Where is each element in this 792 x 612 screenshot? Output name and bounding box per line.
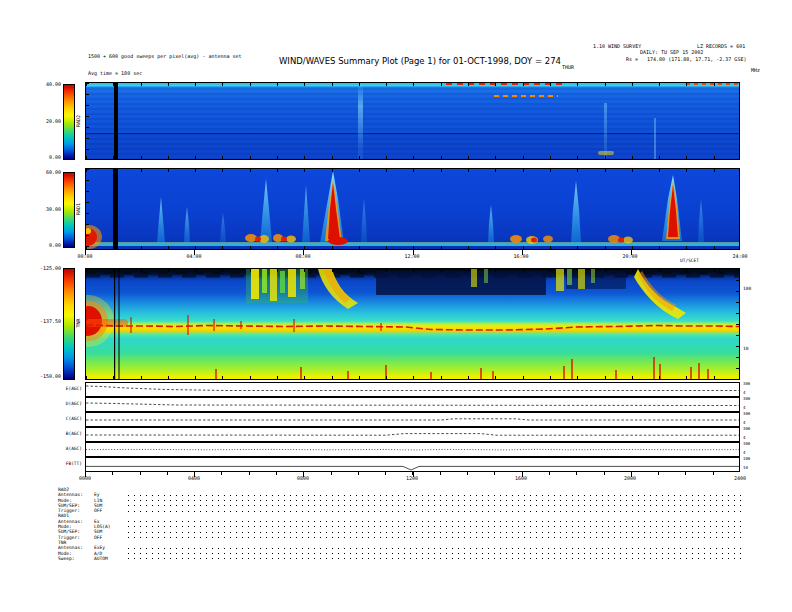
strip-label-c-agc: C(AGC)	[40, 416, 82, 421]
rad2-panel-label: RAD2	[75, 101, 81, 141]
rad2-colorbar-tick-max: 40.00	[28, 81, 61, 87]
status-label: Antennas:	[58, 492, 94, 497]
bottom-label-0800: 0800	[288, 475, 318, 481]
rad2-data-gap	[114, 83, 118, 159]
status-value: LOG(A)	[94, 524, 128, 529]
tnr-ticks-top	[86, 269, 739, 272]
tnr-colorbar-tick-max: -125.00	[28, 265, 61, 271]
rad1-panel-label: RAD1	[75, 189, 81, 229]
bottom-label-1200: 1200	[397, 475, 427, 481]
status-value: Ey	[94, 492, 128, 497]
rad2-faint-streak-2	[654, 118, 656, 160]
status-dotline	[128, 558, 742, 559]
rad1-colorbar-tick-mid: 30.00	[28, 206, 61, 212]
bottom-label-2000: 2000	[615, 475, 645, 481]
strip-rtick-fb-bot: 10	[743, 466, 748, 470]
strip-rtick-a-bot: 4	[743, 451, 745, 455]
re-right-label: Rs = 174.80 (171.88, 17.71, -2.37 GSE)	[626, 57, 746, 63]
strip-panel-d-agc	[85, 397, 740, 412]
status-label: Antennas:	[58, 545, 94, 550]
strip-label-fb-tt: FB(TT)	[40, 461, 82, 466]
status-dotline	[128, 511, 742, 512]
strip-label-e-agc: E(AGC)	[40, 386, 82, 391]
status-dotline	[128, 532, 742, 533]
status-group-rad2: RAD2	[58, 487, 94, 492]
rad2-ticks-bottom	[86, 156, 739, 159]
strip-rtick-fb-top: 100	[743, 457, 750, 461]
time-label-04: 04:00	[179, 253, 209, 259]
strip-rtick-b-top: 300	[743, 427, 750, 431]
tnr-right-tick-100: 100	[743, 286, 751, 291]
status-label: Mode:	[58, 524, 94, 529]
receiver-status-block: RAD2 Antennas:Ey Mode:LIN SUM/SEP:SUM Tr…	[58, 487, 742, 561]
status-dotline	[128, 495, 742, 496]
rad2-banding-texture	[86, 83, 739, 159]
strip-rtick-e-bot: 4	[743, 391, 745, 395]
bottom-label-1600: 1600	[506, 475, 536, 481]
strip-rtick-d-top: 300	[743, 397, 750, 401]
status-value: LIN	[94, 498, 128, 503]
rad2-colorbar-tick-min: 0.00	[28, 154, 61, 160]
status-value: OFF	[94, 508, 128, 513]
rad2-ticks-top	[86, 83, 739, 86]
status-label: Antennas:	[58, 519, 94, 524]
tnr-spectrogram	[85, 268, 740, 380]
strip-rtick-b-bot: 4	[743, 436, 745, 440]
status-value: AUTOM	[94, 556, 128, 561]
strip-label-d-agc: D(AGC)	[40, 401, 82, 406]
status-value: Ex	[94, 519, 128, 524]
rad2-channel-line	[86, 133, 739, 134]
time-label-00: 00:00	[70, 253, 100, 259]
bottom-label-2400: 2400	[725, 475, 755, 481]
status-label: Trigger:	[58, 508, 94, 513]
status-value: A/D	[94, 551, 128, 556]
status-dotline	[128, 537, 742, 538]
time-label-20: 20:00	[615, 253, 645, 259]
tnr-features	[86, 269, 739, 379]
rad2-colorbar-tick-mid: 20.00	[28, 118, 61, 124]
rad1-colorbar-tick-max: 60.00	[28, 169, 61, 175]
rad1-colorbar-tick-min: 0.00	[28, 242, 61, 248]
bottom-label-0400: 0400	[179, 475, 209, 481]
strip-rtick-c-top: 300	[743, 412, 750, 416]
status-dotline	[128, 500, 742, 501]
rad1-ticks-left	[86, 169, 89, 249]
status-label: Mode:	[58, 498, 94, 503]
header-left-line1: 1500 + 600 good sweeps per pixel(avg) - …	[88, 54, 242, 60]
rad2-yellow-speck	[598, 151, 614, 155]
tnr-panel-label: TNR	[75, 303, 81, 343]
rad1-spectrogram	[85, 168, 740, 250]
status-dotline	[128, 505, 742, 506]
status-group-tnr: TNR	[58, 540, 94, 545]
time-label-24: 24:00	[725, 253, 755, 259]
status-dotline	[128, 548, 742, 549]
strip-rtick-c-bot: 4	[743, 421, 745, 425]
bottom-label-0000: 0000	[70, 475, 100, 481]
strip-panel-c-agc	[85, 412, 740, 427]
strip-panel-fb-tt	[85, 457, 740, 472]
tnr-ticks-right	[736, 269, 739, 379]
status-label: SUM/SEP:	[58, 503, 94, 508]
weekday-label: THUR	[562, 65, 574, 71]
time-axis-unit: UT/SCET	[680, 258, 699, 263]
status-group-rad1: RAD1	[58, 513, 94, 518]
strip-label-b-agc: B(AGC)	[40, 431, 82, 436]
strip-panel-e-agc	[85, 382, 740, 397]
strip-rtick-e-top: 300	[743, 382, 750, 386]
status-dotline	[128, 521, 742, 522]
time-label-08: 08:00	[288, 253, 318, 259]
rad2-interference-line	[494, 95, 558, 97]
rad1-ticks-bottom	[86, 246, 739, 249]
status-label: Mode:	[58, 551, 94, 556]
wind-waves-summary-plot: 1500 + 600 good sweeps per pixel(avg) - …	[0, 0, 792, 612]
status-dotline	[128, 526, 742, 527]
strip-panel-b-agc	[85, 427, 740, 442]
header-left-line2: Avg time = 180 sec	[88, 71, 242, 77]
time-label-12: 12:00	[397, 253, 427, 259]
strip-rtick-a-top: 300	[743, 442, 750, 446]
tnr-colorbar	[63, 268, 75, 380]
rad2-colorbar	[63, 84, 75, 160]
strip-panel-a-agc	[85, 442, 740, 457]
mid-time-axis: 00:00 04:00 08:00 12:00 16:00 20:00 24:0…	[85, 250, 740, 263]
strip-rtick-d-bot: 4	[743, 406, 745, 410]
